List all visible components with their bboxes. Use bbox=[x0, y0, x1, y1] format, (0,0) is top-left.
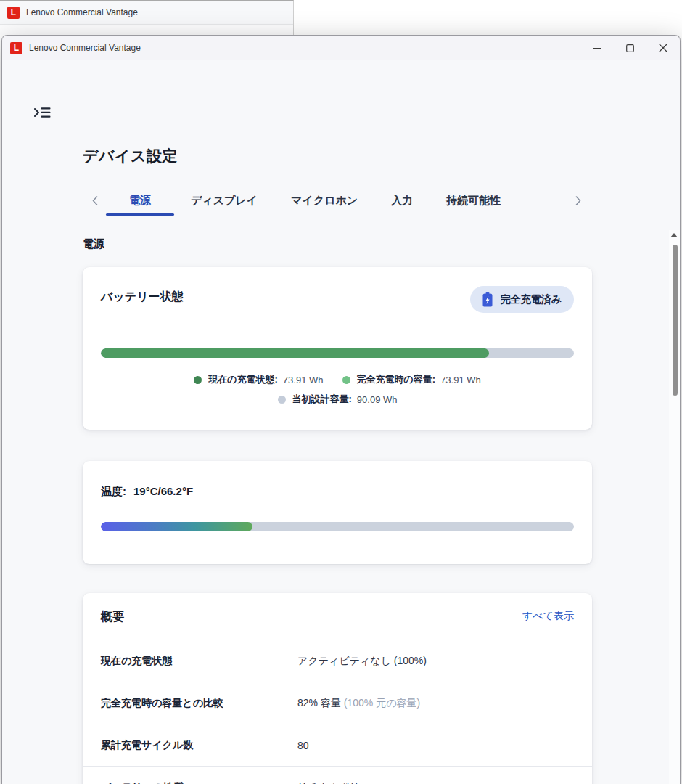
tab-microphone[interactable]: マイクロホン bbox=[274, 185, 374, 216]
close-icon bbox=[659, 44, 667, 52]
close-button[interactable] bbox=[646, 36, 680, 60]
battery-status-card: バッテリー状態 完全充電済み 現在の充電状態: 73.91 Wh bbox=[83, 267, 592, 430]
page-title: デバイス設定 bbox=[83, 146, 178, 166]
maximize-button[interactable] bbox=[613, 36, 646, 60]
temperature-line: 温度:19°C/66.2°F bbox=[101, 485, 193, 499]
tabs-scroll-right-button[interactable] bbox=[570, 189, 586, 211]
chevron-right-icon bbox=[575, 196, 581, 205]
table-row-battery-chemistry: バッテリーの性質 リチウムポリマー bbox=[83, 766, 592, 784]
temperature-progress-bar bbox=[101, 522, 574, 531]
tab-strip: 電源 ディスプレイ マイクロホン 入力 持続可能性 bbox=[87, 185, 586, 216]
window-title: Lenovo Commercial Vantage bbox=[29, 43, 141, 53]
overview-rows: 現在の充電状態 アクティビティなし (100%) 完全充電時の容量との比較 82… bbox=[83, 640, 592, 784]
overview-title: 概要 bbox=[101, 610, 124, 625]
tab-input[interactable]: 入力 bbox=[374, 185, 430, 216]
expand-menu-button[interactable] bbox=[32, 104, 52, 121]
legend-dot-dark-green bbox=[194, 376, 202, 384]
expand-menu-icon bbox=[33, 106, 51, 119]
overview-header: 概要 すべて表示 bbox=[83, 593, 592, 640]
content-area: デバイス設定 電源 ディスプレイ マイクロホン 入力 持続可能性 電源 bbox=[2, 60, 680, 784]
legend-value: 73.91 Wh bbox=[283, 375, 324, 385]
table-row-current-charge-state: 現在の充電状態 アクティビティなし (100%) bbox=[83, 640, 592, 682]
lenovo-logo-icon: L bbox=[10, 42, 22, 54]
legend-dot-light-green bbox=[342, 376, 350, 384]
minimize-icon bbox=[593, 44, 601, 52]
background-window: L Lenovo Commercial Vantage bbox=[0, 0, 294, 35]
show-all-link[interactable]: すべて表示 bbox=[522, 610, 574, 623]
overview-card: 概要 すべて表示 現在の充電状態 アクティビティなし (100%) 完全充電時の… bbox=[83, 593, 592, 784]
row-label: 現在の充電状態 bbox=[101, 655, 172, 668]
background-window-titlebar[interactable]: L Lenovo Commercial Vantage bbox=[0, 1, 293, 25]
row-value-main: アクティビティなし (100%) bbox=[297, 655, 427, 666]
scrollbar-thumb[interactable] bbox=[673, 245, 678, 396]
tabs: 電源 ディスプレイ マイクロホン 入力 持続可能性 bbox=[106, 185, 517, 216]
row-value: 80 bbox=[297, 740, 309, 751]
temperature-value: 19°C/66.2°F bbox=[133, 485, 193, 497]
battery-legend: 現在の充電状態: 73.91 Wh 完全充電時の容量: 73.91 Wh 当初設… bbox=[83, 373, 592, 406]
lenovo-logo-icon: L bbox=[7, 7, 20, 19]
temperature-progress-fill bbox=[101, 522, 252, 531]
row-value-secondary: (100% 元の容量) bbox=[344, 697, 420, 709]
row-value-main: リチウムポリマー bbox=[297, 781, 380, 784]
legend-dot-gray bbox=[278, 396, 286, 404]
battery-charged-icon bbox=[482, 292, 493, 307]
battery-card-title: バッテリー状態 bbox=[101, 290, 184, 305]
tabs-scroll-left-button[interactable] bbox=[87, 189, 103, 211]
legend-design-capacity: 当初設計容量: 90.09 Wh bbox=[278, 393, 398, 406]
minimize-button[interactable] bbox=[580, 36, 613, 60]
temperature-label: 温度: bbox=[101, 485, 126, 497]
legend-label: 現在の充電状態: bbox=[208, 373, 278, 386]
battery-progress-fill bbox=[101, 348, 489, 358]
legend-value: 73.91 Wh bbox=[440, 375, 481, 385]
row-label: 完全充電時の容量との比較 bbox=[101, 697, 223, 710]
row-value: 82% 容量 (100% 元の容量) bbox=[297, 697, 420, 710]
legend-current-charge: 現在の充電状態: 73.91 Wh bbox=[194, 373, 323, 386]
legend-label: 当初設計容量: bbox=[292, 393, 352, 406]
legend-label: 完全充電時の容量: bbox=[357, 373, 436, 386]
background-window-title: Lenovo Commercial Vantage bbox=[26, 7, 138, 17]
scrollbar-up-arrow[interactable] bbox=[670, 233, 678, 237]
tab-display[interactable]: ディスプレイ bbox=[174, 185, 274, 216]
temperature-card: 温度:19°C/66.2°F bbox=[83, 461, 592, 564]
battery-status-badge-label: 完全充電済み bbox=[501, 293, 562, 306]
main-window: L Lenovo Commercial Vantage bbox=[1, 35, 681, 784]
tab-power[interactable]: 電源 bbox=[106, 185, 174, 216]
row-value-main: 80 bbox=[297, 740, 309, 751]
tab-sustainability[interactable]: 持続可能性 bbox=[430, 185, 517, 216]
section-title-power: 電源 bbox=[83, 237, 104, 251]
row-value: リチウムポリマー bbox=[297, 781, 380, 784]
row-label: 累計充電サイクル数 bbox=[101, 739, 193, 752]
table-row-charge-cycles: 累計充電サイクル数 80 bbox=[83, 724, 592, 766]
legend-full-charge-capacity: 完全充電時の容量: 73.91 Wh bbox=[342, 373, 481, 386]
row-value: アクティビティなし (100%) bbox=[297, 655, 427, 668]
row-value-main: 82% 容量 bbox=[297, 697, 344, 709]
titlebar: L Lenovo Commercial Vantage bbox=[2, 36, 680, 60]
maximize-icon bbox=[626, 44, 634, 52]
row-label: バッテリーの性質 bbox=[101, 781, 184, 784]
table-row-capacity-comparison: 完全充電時の容量との比較 82% 容量 (100% 元の容量) bbox=[83, 682, 592, 724]
window-controls bbox=[580, 36, 680, 60]
legend-value: 90.09 Wh bbox=[357, 394, 398, 405]
battery-status-badge: 完全充電済み bbox=[470, 286, 574, 313]
battery-progress-bar bbox=[101, 348, 574, 358]
chevron-left-icon bbox=[92, 196, 98, 205]
